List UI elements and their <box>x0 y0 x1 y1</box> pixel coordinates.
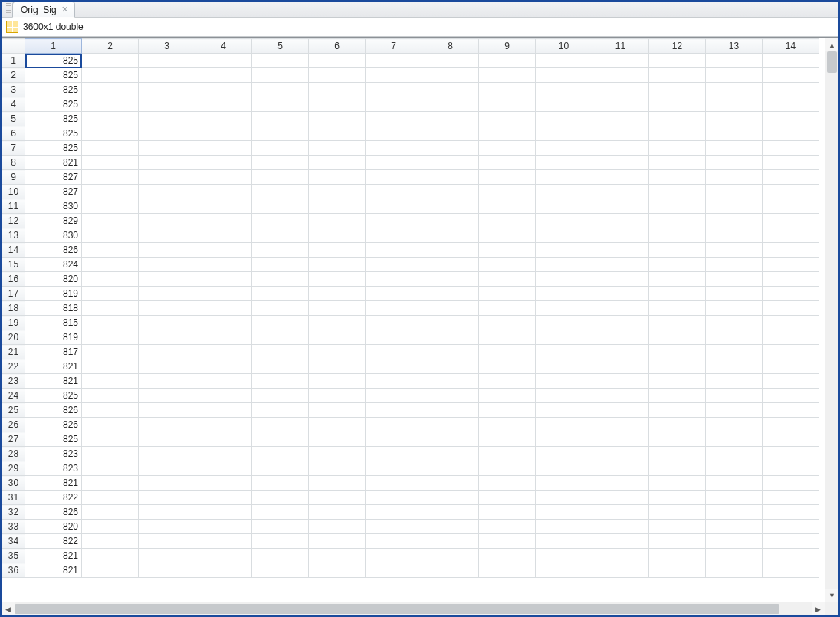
grid-cell[interactable] <box>195 126 252 141</box>
grid-cell[interactable] <box>309 214 366 228</box>
grid-cell[interactable] <box>592 243 649 258</box>
grid-cell[interactable] <box>592 272 649 287</box>
variable-grid[interactable]: 1234567891011121314 18252825382548255825… <box>2 38 819 578</box>
row-header[interactable]: 20 <box>2 330 25 345</box>
grid-cell[interactable] <box>252 68 309 83</box>
grid-cell[interactable] <box>82 447 139 461</box>
grid-cell[interactable] <box>536 418 592 432</box>
grid-cell[interactable] <box>649 374 706 389</box>
grid-cell[interactable] <box>422 301 479 316</box>
row-header[interactable]: 1 <box>2 54 25 68</box>
grid-cell[interactable] <box>252 316 309 330</box>
grid-cell[interactable] <box>252 97 309 112</box>
grid-cell[interactable] <box>763 68 819 83</box>
grid-cell[interactable] <box>763 389 819 403</box>
grid-cell[interactable] <box>479 126 536 141</box>
row-header[interactable]: 4 <box>2 97 25 112</box>
grid-cell[interactable] <box>422 214 479 228</box>
grid-cell[interactable] <box>195 258 252 272</box>
grid-cell[interactable] <box>195 534 252 549</box>
grid-cell[interactable] <box>309 389 366 403</box>
grid-cell[interactable] <box>706 156 763 170</box>
grid-cell[interactable] <box>366 141 422 156</box>
grid-cell[interactable] <box>592 491 649 505</box>
grid-cell[interactable] <box>479 330 536 345</box>
grid-cell[interactable] <box>649 505 706 520</box>
grid-cell[interactable] <box>139 126 195 141</box>
grid-cell[interactable] <box>763 214 819 228</box>
grid-cell[interactable] <box>195 272 252 287</box>
grid-cell[interactable] <box>536 156 592 170</box>
row-header[interactable]: 24 <box>2 389 25 403</box>
grid-cell[interactable] <box>139 243 195 258</box>
grid-cell[interactable] <box>422 432 479 447</box>
grid-cell[interactable] <box>422 549 479 563</box>
grid-cell[interactable]: 826 <box>25 403 82 418</box>
grid-cell[interactable]: 821 <box>25 156 82 170</box>
grid-cell[interactable] <box>592 432 649 447</box>
grid-cell[interactable] <box>366 228 422 243</box>
grid-cell[interactable] <box>763 520 819 534</box>
grid-cell[interactable]: 825 <box>25 432 82 447</box>
grid-cell[interactable] <box>479 359 536 374</box>
grid-cell[interactable] <box>649 534 706 549</box>
grid-cell[interactable] <box>592 345 649 359</box>
grid-cell[interactable] <box>592 534 649 549</box>
grid-cell[interactable]: 829 <box>25 214 82 228</box>
grid-cell[interactable] <box>82 549 139 563</box>
grid-cell[interactable] <box>706 185 763 199</box>
grid-cell[interactable] <box>252 126 309 141</box>
grid-cell[interactable] <box>706 301 763 316</box>
grid-cell[interactable] <box>139 549 195 563</box>
grid-cell[interactable] <box>366 97 422 112</box>
grid-cell[interactable] <box>252 563 309 578</box>
grid-cell[interactable] <box>252 243 309 258</box>
grid-cell[interactable] <box>422 272 479 287</box>
grid-cell[interactable] <box>195 185 252 199</box>
grid-cell[interactable] <box>252 185 309 199</box>
grid-cell[interactable] <box>422 83 479 97</box>
grid-cell[interactable] <box>706 432 763 447</box>
grid-cell[interactable] <box>763 549 819 563</box>
grid-cell[interactable] <box>649 563 706 578</box>
grid-cell[interactable] <box>195 330 252 345</box>
grid-cell[interactable] <box>479 505 536 520</box>
grid-cell[interactable]: 827 <box>25 170 82 185</box>
grid-cell[interactable] <box>309 330 366 345</box>
grid-cell[interactable]: 819 <box>25 330 82 345</box>
grid-cell[interactable] <box>366 520 422 534</box>
grid-cell[interactable] <box>536 432 592 447</box>
grid-cell[interactable] <box>366 301 422 316</box>
grid-cell[interactable] <box>252 214 309 228</box>
grid-cell[interactable] <box>309 403 366 418</box>
grid-cell[interactable] <box>252 549 309 563</box>
grid-cell[interactable] <box>82 54 139 68</box>
grid-cell[interactable] <box>706 287 763 301</box>
grid-cell[interactable] <box>139 112 195 126</box>
grid-cell[interactable] <box>82 316 139 330</box>
grid-cell[interactable] <box>195 476 252 491</box>
grid-cell[interactable] <box>422 54 479 68</box>
grid-cell[interactable] <box>592 330 649 345</box>
grid-cell[interactable] <box>82 534 139 549</box>
grid-cell[interactable] <box>706 549 763 563</box>
grid-cell[interactable] <box>536 549 592 563</box>
grid-cell[interactable] <box>479 403 536 418</box>
grid-cell[interactable] <box>536 403 592 418</box>
row-header[interactable]: 14 <box>2 243 25 258</box>
grid-cell[interactable] <box>706 126 763 141</box>
grid-cell[interactable] <box>479 418 536 432</box>
grid-cell[interactable] <box>592 228 649 243</box>
grid-cell[interactable] <box>592 54 649 68</box>
grid-cell[interactable] <box>366 418 422 432</box>
grid-cell[interactable]: 817 <box>25 345 82 359</box>
grid-cell[interactable] <box>763 447 819 461</box>
row-header[interactable]: 18 <box>2 301 25 316</box>
grid-cell[interactable] <box>422 447 479 461</box>
grid-cell[interactable] <box>195 563 252 578</box>
grid-cell[interactable] <box>649 287 706 301</box>
grid-cell[interactable] <box>592 403 649 418</box>
grid-cell[interactable] <box>422 126 479 141</box>
grid-cell[interactable] <box>536 534 592 549</box>
grid-cell[interactable] <box>763 272 819 287</box>
